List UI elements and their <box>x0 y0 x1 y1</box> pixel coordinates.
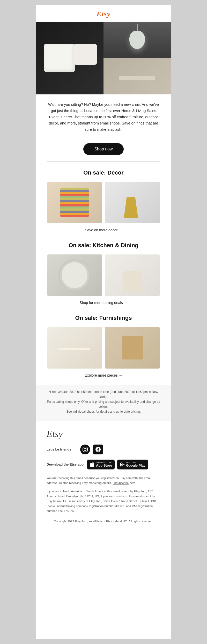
decor-product-2[interactable] <box>105 182 160 223</box>
google-play-badge[interactable]: GET IT ON Google Play <box>117 460 148 469</box>
furnishings-link[interactable]: Explore more pieces → <box>47 373 160 377</box>
friends-row: Let's be friends <box>47 445 160 454</box>
friends-label: Let's be friends <box>47 447 75 451</box>
hero-mug-image <box>36 22 103 94</box>
app-store-badge[interactable]: Download on the App Store <box>87 460 115 469</box>
decor-link[interactable]: Save on more decor → <box>47 228 160 232</box>
footer: Etsy Let's be friends Download the Etsy … <box>36 421 171 529</box>
kitchen-title: On sale: Kitchen & Dining <box>47 242 160 249</box>
instagram-icon[interactable] <box>80 445 90 454</box>
shop-now-button[interactable]: Shop now <box>83 143 123 155</box>
disclaimer-section: *Ends 3rd Jun 2022 at 4:59am London time… <box>36 385 171 421</box>
kitchen-link[interactable]: Shop for more dining deals → <box>47 301 160 305</box>
app-badges: Download on the App Store GET IT ON Goog… <box>87 460 148 469</box>
etsy-logo: Etsy <box>97 10 110 18</box>
copyright: Copyright 2022 Etsy, Inc., an affiliate … <box>47 517 160 523</box>
furnishings-product-1[interactable] <box>47 327 102 369</box>
header: Etsy <box>36 5 171 22</box>
disclaimer-line3: See individual shops for details and up … <box>47 409 160 414</box>
facebook-svg <box>95 447 101 452</box>
intro-section: Wait, are you sitting? No? Maybe you nee… <box>36 94 171 161</box>
kitchen-product-2[interactable] <box>105 254 160 296</box>
intro-body: Wait, are you sitting? No? Maybe you nee… <box>47 102 160 133</box>
google-play-icon <box>120 462 124 467</box>
footer-address: If you live in North America or South Am… <box>47 489 160 514</box>
app-label: Download the Etsy app <box>47 462 84 466</box>
cta-container: Shop now <box>47 133 160 155</box>
apple-icon <box>90 462 94 467</box>
footer-logo: Etsy <box>47 428 160 439</box>
hero-grid <box>36 22 171 94</box>
kitchen-product-1[interactable] <box>47 254 102 296</box>
social-icons <box>80 445 103 454</box>
google-play-text: GET IT ON Google Play <box>126 461 145 467</box>
decor-product-grid <box>47 182 160 223</box>
furnishings-product-2[interactable] <box>105 327 160 369</box>
hero-pendant-image <box>103 22 171 58</box>
facebook-icon[interactable] <box>93 445 103 454</box>
unsubscribe-link[interactable]: unsubscribe <box>113 481 129 484</box>
instagram-svg <box>83 447 88 452</box>
disclaimer-line1: *Ends 3rd Jun 2022 at 4:59am London time… <box>47 390 160 399</box>
furnishings-section: On sale: Furnishings Explore more pieces… <box>36 312 171 385</box>
hero-right <box>103 22 171 94</box>
furnishings-product-grid <box>47 327 160 369</box>
kitchen-section: On sale: Kitchen & Dining Shop for more … <box>36 239 171 312</box>
decor-product-1[interactable] <box>47 182 102 223</box>
disclaimer-line2: Participating shops only. Offer and pric… <box>47 399 160 409</box>
app-row: Download the Etsy app Download on the Ap… <box>47 460 160 469</box>
hero-left <box>36 22 103 94</box>
footer-email-notice: You are receiving this email because you… <box>47 476 160 486</box>
furnishings-title: On sale: Furnishings <box>47 315 160 321</box>
app-store-text: Download on the App Store <box>96 461 112 467</box>
kitchen-product-grid <box>47 254 160 296</box>
decor-section: On sale: Decor Save on more decor → <box>36 162 171 239</box>
hero-table-image <box>103 58 171 94</box>
decor-title: On sale: Decor <box>47 169 160 176</box>
